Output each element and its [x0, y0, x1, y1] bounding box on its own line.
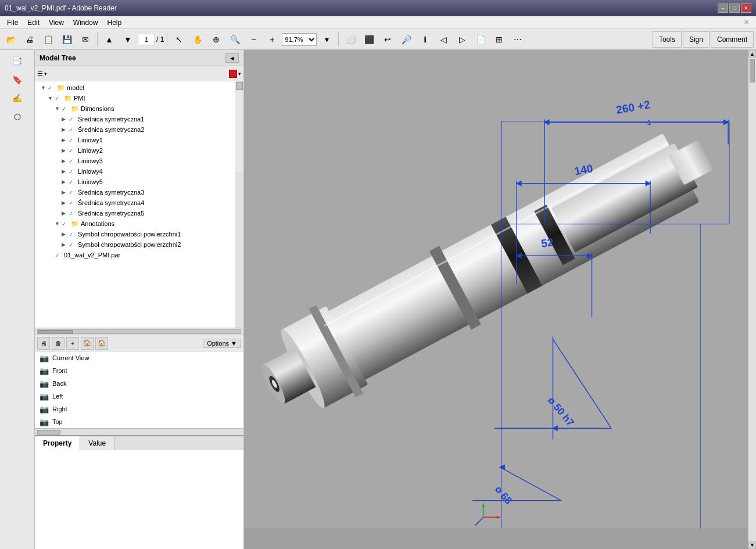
- tree-hscroll[interactable]: [37, 329, 241, 334]
- model-tree-content[interactable]: ▼ ✓ 📁 model ▼ ✓ 📁 PMI ▼: [35, 81, 235, 328]
- close-button[interactable]: ✕: [741, 3, 751, 13]
- tab-value[interactable]: Value: [80, 436, 114, 450]
- view-item-right[interactable]: 📷 Right: [35, 403, 243, 415]
- dynamic-zoom-button[interactable]: 🔍: [226, 31, 243, 48]
- expand-l2[interactable]: ▶: [62, 148, 69, 153]
- tree-item-sc2[interactable]: ▶ ✓ Symbol chropowatości powierzchni2: [36, 239, 234, 250]
- tools-button[interactable]: Tools: [653, 31, 682, 48]
- fit-width-button[interactable]: ⬛: [360, 31, 378, 48]
- view-item-top[interactable]: 📷 Top: [35, 415, 243, 428]
- menu-file[interactable]: File: [2, 17, 23, 28]
- tree-item-model[interactable]: ▼ ✓ 📁 model: [36, 82, 234, 93]
- expand-ss5[interactable]: ▶: [62, 210, 69, 216]
- scroll-down-arrow[interactable]: ▼: [748, 541, 756, 549]
- tree-item-l5[interactable]: ▶ ✓ Liniowy5: [36, 177, 234, 187]
- tree-item-sc1[interactable]: ▶ ✓ Symbol chropowatości powierzchni1: [36, 229, 234, 239]
- zoom-out-button[interactable]: −: [245, 31, 262, 48]
- tree-item-pmi[interactable]: ▼ ✓ 📁 PMI: [36, 93, 234, 103]
- pdf-area[interactable]: 260 +2 -1 140 52 ø 50 h7 ø 68 ▲: [244, 50, 756, 549]
- view-home-button[interactable]: 🏠: [95, 337, 108, 350]
- 3d-model-button[interactable]: ⬡: [8, 108, 27, 125]
- expand-ss2[interactable]: ▶: [62, 127, 69, 132]
- select-tool-button[interactable]: ↖: [170, 31, 188, 48]
- expand-l1[interactable]: ▶: [62, 137, 69, 143]
- close-menu-x[interactable]: ✕: [744, 19, 754, 26]
- maximize-button[interactable]: □: [729, 3, 740, 13]
- expand-sc2[interactable]: ▶: [62, 242, 69, 247]
- view-add-home-button[interactable]: 🏠: [81, 337, 94, 350]
- views-options-button[interactable]: Options ▼: [203, 339, 241, 348]
- scroll-thumb[interactable]: [750, 59, 755, 82]
- expand-ss4[interactable]: ▶: [62, 200, 69, 206]
- read-mode-button[interactable]: 📄: [472, 31, 489, 48]
- tree-scrollbar-v[interactable]: [235, 81, 243, 328]
- tree-item-l3[interactable]: ▶ ✓ Liniowy3: [36, 156, 234, 166]
- zoom-select[interactable]: 91,7% 50% 75% 100% 125% 150%: [282, 33, 317, 46]
- expand-sc1[interactable]: ▶: [62, 231, 69, 237]
- tree-item-par[interactable]: ✓ 01_wal_v2_PMI.par: [36, 250, 234, 260]
- tree-item-ss3[interactable]: ▶ ✓ Średnica symetryczna3: [36, 187, 234, 198]
- expand-ss1[interactable]: ▶: [62, 116, 69, 122]
- view-delete-button[interactable]: 🗑: [52, 337, 65, 350]
- view-add-green-button[interactable]: +: [66, 337, 79, 350]
- tree-options-button[interactable]: ☰ ▾: [37, 70, 47, 77]
- properties-button[interactable]: 📋: [40, 31, 57, 48]
- tree-item-l4[interactable]: ▶ ✓ Liniowy4: [36, 166, 234, 177]
- tree-item-ss5[interactable]: ▶ ✓ Średnica symetryczna5: [36, 208, 234, 218]
- next-page-button[interactable]: ▼: [119, 31, 137, 48]
- prev-page-button[interactable]: ▲: [101, 31, 118, 48]
- right-scrollbar[interactable]: ▲ ▼: [748, 50, 756, 549]
- expand-pmi[interactable]: ▼: [48, 95, 55, 101]
- expand-annotations[interactable]: ▼: [55, 221, 62, 227]
- view-item-left[interactable]: 📷 Left: [35, 390, 243, 403]
- tree-item-dimensions[interactable]: ▼ ✓ 📁 Dimensions: [36, 103, 234, 114]
- expand-l4[interactable]: ▶: [62, 168, 69, 174]
- view-item-front[interactable]: 📷 Front: [35, 364, 243, 377]
- comment-button[interactable]: Comment: [711, 31, 754, 48]
- menu-window[interactable]: Window: [69, 17, 103, 28]
- expand-ss3[interactable]: ▶: [62, 189, 69, 195]
- bookmarks-button[interactable]: 🔖: [8, 71, 27, 88]
- tree-item-ss4[interactable]: ▶ ✓ Średnica symetryczna4: [36, 198, 234, 208]
- doc-properties-button[interactable]: ℹ: [416, 31, 433, 48]
- red-square-dropdown[interactable]: ▾: [238, 71, 241, 77]
- nav-pane-button[interactable]: ⊞: [490, 31, 508, 48]
- expand-l3[interactable]: ▶: [62, 158, 69, 164]
- view-item-current[interactable]: 📷 Current View: [35, 351, 243, 364]
- scroll-up-arrow[interactable]: ▲: [748, 50, 756, 58]
- tab-property[interactable]: Property: [35, 436, 80, 450]
- menu-help[interactable]: Help: [103, 17, 127, 28]
- zoom-dropdown-button[interactable]: ▾: [318, 31, 335, 48]
- menu-edit[interactable]: Edit: [23, 17, 44, 28]
- view-print-button[interactable]: 🖨: [37, 337, 50, 350]
- minimize-button[interactable]: –: [718, 3, 728, 13]
- collapse-tree-button[interactable]: ◄: [225, 53, 239, 63]
- email-button[interactable]: ✉: [77, 31, 94, 48]
- tree-item-l1[interactable]: ▶ ✓ Liniowy1: [36, 135, 234, 145]
- expand-l5[interactable]: ▶: [62, 179, 69, 185]
- tree-item-l2[interactable]: ▶ ✓ Liniowy2: [36, 145, 234, 156]
- fit-page-button[interactable]: ⬜: [342, 31, 359, 48]
- menu-view[interactable]: View: [44, 17, 69, 28]
- prev-view-button[interactable]: ◁: [435, 31, 452, 48]
- expand-dimensions[interactable]: ▼: [55, 106, 62, 112]
- tree-item-annotations[interactable]: ▼ ✓ 📁 Annotations: [36, 218, 234, 229]
- hand-tool-button[interactable]: ✋: [189, 31, 206, 48]
- find-button[interactable]: 🔎: [397, 31, 415, 48]
- print-button[interactable]: 🖨: [21, 31, 38, 48]
- page-number-input[interactable]: 1: [138, 34, 155, 45]
- pages-panel-button[interactable]: 📑: [8, 52, 27, 70]
- more-tools-button[interactable]: ⋯: [509, 31, 526, 48]
- tree-item-ss1[interactable]: ▶ ✓ Średnica symetryczna1: [36, 114, 234, 124]
- save-button[interactable]: 💾: [58, 31, 76, 48]
- expand-model[interactable]: ▼: [41, 85, 48, 91]
- sign-button[interactable]: Sign: [683, 31, 710, 48]
- open-button[interactable]: 📂: [2, 31, 20, 48]
- tree-item-ss2[interactable]: ▶ ✓ Średnica symetryczna2: [36, 124, 234, 135]
- zoom-in-button[interactable]: +: [263, 31, 281, 48]
- marquee-zoom-button[interactable]: ⊕: [207, 31, 225, 48]
- view-item-back[interactable]: 📷 Back: [35, 377, 243, 390]
- next-view-button[interactable]: ▷: [453, 31, 471, 48]
- signatures-button[interactable]: ✍: [8, 89, 27, 107]
- rotate-button[interactable]: ↩: [379, 31, 396, 48]
